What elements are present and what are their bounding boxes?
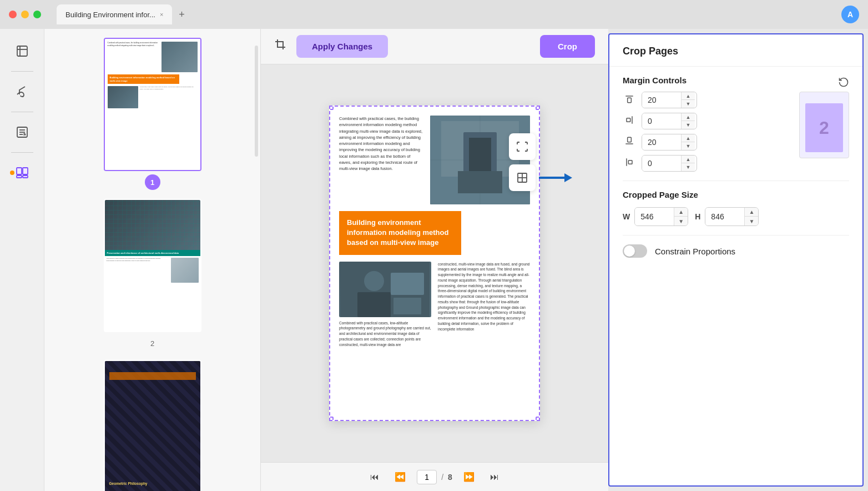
constrain-toggle[interactable] [623, 244, 647, 258]
bottom-left-col: Combined with practical cases, low-altit… [339, 262, 431, 348]
sidebar-item-pages[interactable] [9, 159, 36, 186]
margin-right-down[interactable]: ▼ [682, 121, 695, 129]
svg-rect-10 [17, 176, 22, 178]
prev-page-btn[interactable]: ⏪ [390, 469, 410, 484]
margin-top-down[interactable]: ▼ [682, 100, 695, 108]
svg-rect-0 [17, 46, 27, 56]
last-page-btn[interactable]: ⏭ [486, 470, 503, 484]
page-size-inputs: W ▲ ▼ H ▲ ▼ [623, 207, 849, 226]
svg-rect-22 [391, 273, 424, 295]
divider [11, 152, 33, 153]
sidebar-item-edit[interactable] [9, 119, 36, 146]
width-down[interactable]: ▼ [674, 217, 688, 226]
page-document: Combined with practical cases, the build… [329, 106, 540, 421]
margin-right-up[interactable]: ▲ [682, 113, 695, 121]
crop-align-btn-wrapper [509, 164, 572, 191]
svg-rect-30 [627, 118, 630, 122]
height-spinners: ▲ ▼ [744, 208, 758, 226]
width-input[interactable] [635, 208, 674, 226]
thumb-label-1: 1 [145, 174, 160, 190]
margin-left-icon [623, 157, 636, 170]
thumb-card-1[interactable]: Combined with practical cases, the build… [104, 38, 201, 171]
corner-handle-br[interactable] [536, 417, 540, 421]
orange-title-box: Building environment information modelin… [339, 211, 461, 255]
width-label: W [623, 212, 630, 221]
sidebar-item-brush[interactable] [9, 78, 36, 105]
constrain-label: Constrain Proportions [655, 247, 735, 256]
toolbar: Apply Changes Crop [261, 29, 608, 64]
thumb-card-3[interactable]: Geometric Philosophy [104, 360, 201, 491]
svg-rect-8 [17, 168, 22, 174]
crop-align-btn[interactable] [509, 164, 536, 191]
thumb-label-2: 2 [145, 335, 160, 351]
margin-left-input[interactable] [642, 156, 681, 171]
first-page-btn[interactable]: ⏮ [366, 470, 383, 484]
person-image [339, 262, 431, 317]
title-bar: Building Environment infor... × + A [0, 0, 868, 29]
corner-handle-tr[interactable] [536, 106, 540, 110]
svg-rect-11 [23, 176, 28, 178]
height-input[interactable] [705, 208, 744, 226]
margin-right-input[interactable] [642, 113, 681, 129]
sidebar-item-book[interactable] [9, 38, 36, 64]
margin-top-up[interactable]: ▲ [682, 92, 695, 100]
page-size-section: Cropped Page Size W ▲ ▼ H [609, 181, 862, 235]
apply-changes-button[interactable]: Apply Changes [296, 35, 388, 58]
fit-page-btn[interactable] [509, 133, 536, 160]
maximize-window-btn[interactable] [33, 11, 41, 18]
thumb-card-2[interactable]: Preservation and inheritance of architec… [104, 199, 201, 332]
minimize-window-btn[interactable] [21, 11, 29, 18]
margin-reset-btn[interactable] [838, 77, 849, 91]
scrollbar[interactable] [255, 46, 258, 157]
width-spinners: ▲ ▼ [674, 208, 688, 226]
thumbnail-item-3[interactable]: Geometric Philosophy 3 [44, 360, 260, 491]
close-window-btn[interactable] [9, 11, 17, 18]
tab-close-btn[interactable]: × [160, 11, 163, 18]
margin-top-row: ▲ ▼ [623, 92, 790, 108]
svg-rect-32 [628, 137, 632, 142]
bottom-section: Combined with practical cases, low-altit… [339, 262, 530, 348]
margin-top-icon [623, 93, 636, 107]
next-page-btn[interactable]: ⏩ [459, 469, 479, 484]
icon-sidebar [0, 29, 44, 491]
page-info: / 8 [417, 470, 452, 484]
margin-bottom-row: ▲ ▼ [623, 134, 790, 151]
active-tab[interactable]: Building Environment infor... × [57, 4, 172, 24]
bottom-left-text: Combined with practical cases, low-altit… [339, 320, 431, 348]
thumbnail-item-2[interactable]: Preservation and inheritance of architec… [44, 199, 260, 351]
margin-bottom-down[interactable]: ▼ [682, 142, 695, 150]
height-group: H ▲ ▼ [695, 207, 759, 226]
svg-point-20 [364, 271, 384, 291]
margin-inputs: ▲ ▼ [623, 92, 790, 172]
current-page-input[interactable] [417, 470, 437, 484]
width-up[interactable]: ▲ [674, 208, 688, 217]
right-panel-title: Crop Pages [609, 34, 862, 67]
margin-left-input-wrapper: ▲ ▼ [642, 155, 697, 172]
height-up[interactable]: ▲ [745, 208, 758, 217]
thumbnail-panel: Combined with practical cases, the build… [44, 29, 261, 491]
margin-right-input-wrapper: ▲ ▼ [642, 113, 697, 129]
margin-top-input-wrapper: ▲ ▼ [642, 92, 697, 108]
margin-bottom-up[interactable]: ▲ [682, 134, 695, 142]
width-group: W ▲ ▼ [623, 207, 688, 226]
margin-top-spinners: ▲ ▼ [681, 92, 695, 108]
corner-handle-tl[interactable] [329, 106, 334, 110]
margin-left-up[interactable]: ▲ [682, 156, 695, 163]
svg-rect-23 [393, 298, 421, 314]
margin-left-down[interactable]: ▼ [682, 163, 695, 171]
margin-top-input[interactable] [642, 92, 681, 108]
thumbnail-item-1[interactable]: Combined with practical cases, the build… [44, 38, 260, 190]
document-container: Combined with practical cases, the build… [329, 106, 540, 421]
height-down[interactable]: ▼ [745, 217, 758, 226]
margin-preview-inner: 2 [805, 103, 843, 152]
add-tab-btn[interactable]: + [174, 7, 189, 23]
right-panel: Crop Pages Margin Controls [608, 33, 864, 487]
height-input-wrapper: ▲ ▼ [705, 207, 759, 226]
width-input-wrapper: ▲ ▼ [634, 207, 688, 226]
crop-button[interactable]: Crop [540, 35, 595, 58]
margin-controls-title: Margin Controls [623, 76, 687, 85]
margin-section-header: Margin Controls [623, 76, 849, 92]
corner-handle-bl[interactable] [329, 417, 334, 421]
margin-bottom-input[interactable] [642, 134, 681, 150]
toggle-knob [624, 246, 635, 257]
